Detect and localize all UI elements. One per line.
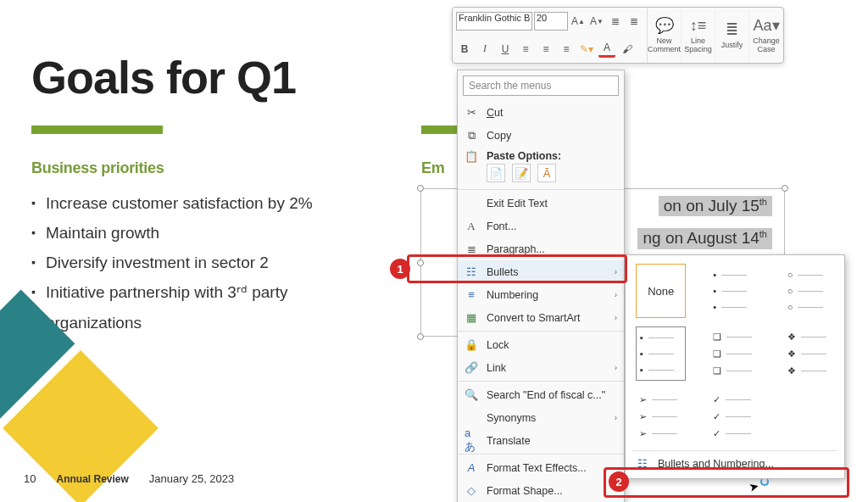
footer-date: January 25, 2023 <box>149 472 234 485</box>
line-spacing-icon: ↕≡ <box>690 17 707 36</box>
copy-icon: ⧉ <box>465 129 478 142</box>
menu-lock[interactable]: 🔒 Lock <box>458 333 624 356</box>
chevron-right-icon: › <box>615 313 617 322</box>
resize-handle[interactable] <box>417 333 424 340</box>
slide-footer: 10 Annual Review January 25, 2023 <box>24 472 234 485</box>
line-spacing-button[interactable]: ↕≡ Line Spacing <box>682 8 715 63</box>
increase-indent-icon[interactable]: ≣ <box>626 13 643 30</box>
accent-bar-right <box>421 126 458 134</box>
chevron-right-icon: › <box>615 267 617 276</box>
decrease-font-icon[interactable]: A▼ <box>588 13 605 30</box>
menu-format-text-effects[interactable]: A Format Text Effects... <box>458 456 624 479</box>
bold-button[interactable]: B <box>456 41 473 58</box>
paste-keep-source-button[interactable]: 📄 <box>487 164 505 182</box>
bullet-option-arrow[interactable]: ➢ ➢ ➢ <box>636 389 686 443</box>
underline-button[interactable]: U <box>497 41 514 58</box>
bullet-option-check[interactable]: ✓ ✓ ✓ <box>709 389 760 443</box>
cut-icon: ✂ <box>465 106 478 119</box>
section-heading-business: Business priorities <box>31 159 164 177</box>
paragraph-icon: ≣ <box>465 243 478 255</box>
font-color-icon[interactable]: A <box>598 41 615 58</box>
menu-exit-edit-text[interactable]: Exit Edit Text <box>458 192 624 215</box>
menu-search-input[interactable]: Search the menus <box>463 75 619 96</box>
increase-font-icon[interactable]: A▲ <box>570 13 587 30</box>
menu-search-web[interactable]: 🔍 Search "End of fiscal c..." <box>458 383 624 406</box>
text-effects-icon: A <box>465 461 478 474</box>
bullet-option-empty <box>784 389 834 443</box>
menu-numbering[interactable]: ≡ Numbering › <box>458 283 624 306</box>
list-item: ▪Increase customer satisfaction by 2% <box>31 188 353 218</box>
chevron-right-icon: › <box>615 363 617 372</box>
resize-handle[interactable] <box>417 259 424 266</box>
loading-spinner-icon <box>760 477 769 486</box>
business-priorities-list: ▪Increase customer satisfaction by 2% ▪M… <box>31 188 353 337</box>
annotation-badge-1: 1 <box>390 259 410 279</box>
bullets-icon: ☷ <box>465 265 478 278</box>
menu-synonyms[interactable]: Synonyms › <box>458 406 624 429</box>
mini-format-toolbar: Franklin Gothic B 20 A▲ A▼ ≣ ≣ B I U ≡ ≡… <box>452 7 784 64</box>
list-item: ▪Diversify investment in sector 2 <box>31 248 353 277</box>
menu-cut[interactable]: ✂ Cut <box>458 101 624 124</box>
menu-format-shape[interactable]: ◇ Format Shape... <box>458 479 624 502</box>
slide-title: Goals for Q1 <box>31 51 296 103</box>
footer-doc-title: Annual Review <box>56 473 128 485</box>
bullet-option-none[interactable]: None <box>636 264 686 318</box>
translate-icon: aあ <box>465 427 478 455</box>
format-shape-icon: ◇ <box>465 484 478 497</box>
smartart-icon: ▦ <box>465 311 478 324</box>
menu-paragraph[interactable]: ≣ Paragraph... <box>458 237 624 260</box>
highlighted-text[interactable]: ng on August 14th <box>637 228 772 248</box>
bullet-option-hollow-square[interactable]: ❏ ❏ ❏ <box>709 326 760 381</box>
decrease-indent-icon[interactable]: ≣ <box>607 13 624 30</box>
menu-translate[interactable]: aあ Translate <box>458 429 624 452</box>
bullet-option-filled-square[interactable]: ▪ ▪ ▪ <box>636 326 686 381</box>
change-case-icon: Aa▾ <box>753 17 779 36</box>
section-heading-partial: Em <box>421 159 444 177</box>
menu-font[interactable]: A Font... <box>458 215 624 237</box>
menu-convert-smartart[interactable]: ▦ Convert to SmartArt › <box>458 306 624 329</box>
chevron-right-icon: › <box>615 413 617 422</box>
bullet-option-disc[interactable]: • • • <box>709 264 760 318</box>
page-number: 10 <box>24 472 36 485</box>
cursor-icon: ➤ <box>748 479 761 495</box>
highlight-color-icon[interactable]: ✎▾ <box>578 41 595 58</box>
highlighted-text[interactable]: on on July 15th <box>659 196 772 216</box>
menu-bullets[interactable]: ☷ Bullets › <box>458 260 624 283</box>
accent-bar-left <box>31 126 163 134</box>
justify-icon: ≣ <box>726 21 738 40</box>
new-comment-button[interactable]: 💬 New Comment <box>648 8 682 63</box>
menu-paste-options: 📋 Paste Options: 📄 📝 Ā <box>458 147 624 187</box>
font-icon: A <box>465 220 478 233</box>
bullet-option-diamond[interactable]: ❖ ❖ ❖ <box>784 326 834 381</box>
lock-icon: 🔒 <box>465 338 478 351</box>
resize-handle[interactable] <box>782 185 788 192</box>
comment-icon: 💬 <box>655 17 674 36</box>
bullets-submenu: None • • • ○ ○ ○ ▪ ▪ ▪ ❏ ❏ ❏ ❖ ❖ ❖ ➢ ➢ <box>625 254 845 479</box>
menu-copy[interactable]: ⧉ Copy <box>458 124 624 147</box>
format-painter-icon[interactable]: 🖌 <box>619 41 636 58</box>
resize-handle[interactable] <box>417 185 424 192</box>
chevron-right-icon: › <box>615 290 617 299</box>
context-menu: Search the menus ✂ Cut ⧉ Copy 📋 Paste Op… <box>457 70 625 502</box>
list-item: ▪Maintain growth <box>31 218 353 248</box>
align-left-icon[interactable]: ≡ <box>517 41 534 58</box>
change-case-button[interactable]: Aa▾ Change Case <box>749 8 783 63</box>
list-item: ▪Initiative partnership with 3ʳᵈ party o… <box>31 277 353 337</box>
align-center-icon[interactable]: ≡ <box>537 41 554 58</box>
paste-text-only-button[interactable]: Ā <box>537 164 556 182</box>
bullet-option-circle[interactable]: ○ ○ ○ <box>784 264 834 318</box>
italic-button[interactable]: I <box>476 41 493 58</box>
justify-button[interactable]: ≣ Justify <box>715 8 749 63</box>
link-icon: 🔗 <box>465 361 478 374</box>
bullets-and-numbering-button[interactable]: ☷ Bullets and Numbering... <box>632 450 837 475</box>
font-family-select[interactable]: Franklin Gothic B <box>456 12 532 31</box>
menu-link[interactable]: 🔗 Link › <box>458 356 624 379</box>
font-size-select[interactable]: 20 <box>534 12 568 31</box>
paste-icon: 📋 <box>465 150 478 163</box>
annotation-badge-2: 2 <box>609 471 629 492</box>
numbering-icon: ≡ <box>465 288 478 301</box>
align-right-icon[interactable]: ≡ <box>558 41 575 58</box>
bullets-icon: ☷ <box>636 457 649 470</box>
paste-merge-button[interactable]: 📝 <box>512 164 531 182</box>
search-icon: 🔍 <box>465 388 478 401</box>
